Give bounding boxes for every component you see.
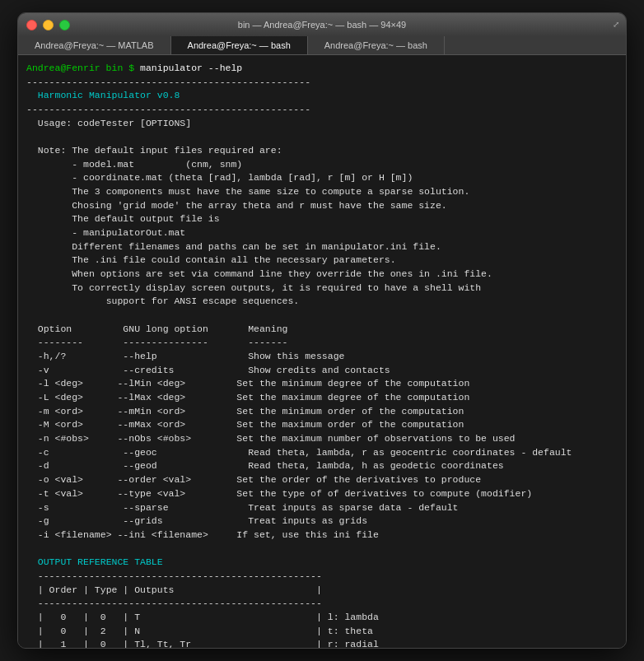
tab-matlab[interactable]: Andrea@Freya:~ — MATLAB (18, 36, 171, 54)
tab-bash-1[interactable]: Andrea@Freya:~ — bash (171, 36, 308, 54)
close-button[interactable] (26, 20, 37, 30)
window-title: bin — Andrea@Freya:~ — bash — 94×49 (238, 20, 406, 30)
maximize-button[interactable] (59, 20, 70, 30)
terminal-content: Andrea@Fenrir bin $ manipulator --help -… (26, 62, 618, 648)
terminal-window: bin — Andrea@Freya:~ — bash — 94×49 ⤢ An… (17, 12, 627, 649)
titlebar: bin — Andrea@Freya:~ — bash — 94×49 ⤢ (18, 13, 626, 36)
tab-bar: Andrea@Freya:~ — MATLAB Andrea@Freya:~ —… (18, 36, 626, 55)
expand-icon[interactable]: ⤢ (613, 20, 619, 30)
terminal-body[interactable]: Andrea@Fenrir bin $ manipulator --help -… (18, 55, 626, 648)
tab-bash-2[interactable]: Andrea@Freya:~ — bash (308, 36, 445, 54)
minimize-button[interactable] (43, 20, 54, 30)
